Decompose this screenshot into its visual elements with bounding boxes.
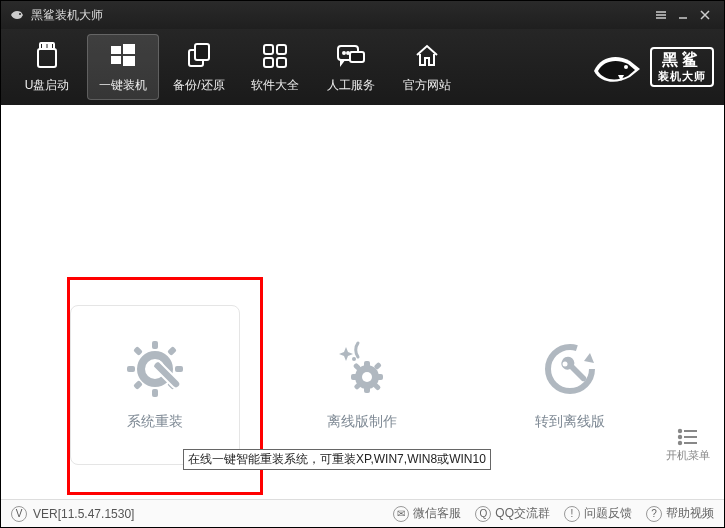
svg-rect-8 — [123, 56, 135, 66]
toolbar-one-click-install[interactable]: 一键装机 — [87, 34, 159, 100]
svg-rect-21 — [152, 341, 158, 349]
status-wechat-support[interactable]: ✉微信客服 — [393, 505, 461, 522]
svg-rect-34 — [376, 374, 383, 380]
close-button[interactable] — [694, 4, 716, 26]
minimize-button[interactable] — [672, 4, 694, 26]
qq-icon: Q — [475, 506, 491, 522]
card-offline-make[interactable]: 离线版制作 — [277, 305, 447, 465]
status-label: 微信客服 — [413, 505, 461, 522]
tooltip: 在线一键智能重装系统，可重装XP,WIN7,WIN8或WIN10 — [183, 449, 491, 470]
status-label: 问题反馈 — [584, 505, 632, 522]
content-area: 系统重装 离线版制作 转到离线版 在线一键智能重装系统，可重装XP,WIN7,W… — [1, 105, 724, 499]
feedback-icon: ! — [564, 506, 580, 522]
svg-rect-3 — [43, 44, 46, 47]
svg-rect-32 — [364, 386, 370, 393]
svg-rect-25 — [133, 346, 143, 356]
card-label: 转到离线版 — [535, 413, 605, 431]
toolbar-label: 官方网站 — [403, 77, 451, 94]
svg-rect-27 — [167, 346, 177, 356]
app-icon — [9, 7, 25, 23]
card-system-reinstall[interactable]: 系统重装 — [70, 305, 240, 465]
copy-icon — [184, 41, 214, 71]
svg-rect-5 — [111, 46, 121, 54]
boot-menu-button[interactable]: 开机菜单 — [666, 428, 710, 463]
menu-button[interactable] — [650, 4, 672, 26]
svg-point-0 — [19, 13, 21, 15]
svg-point-39 — [352, 357, 356, 361]
svg-rect-31 — [364, 361, 370, 368]
help-icon: ? — [646, 506, 662, 522]
svg-rect-12 — [277, 45, 286, 54]
chat-icon — [336, 41, 366, 71]
card-label: 离线版制作 — [327, 413, 397, 431]
svg-rect-2 — [38, 49, 56, 67]
svg-point-44 — [679, 442, 681, 444]
brand-logo: 黑鲨 装机大师 — [588, 47, 714, 87]
brand-text: 黑鲨 装机大师 — [650, 47, 714, 86]
toolbar-website[interactable]: 官方网站 — [391, 34, 463, 100]
svg-rect-11 — [264, 45, 273, 54]
svg-rect-13 — [264, 58, 273, 67]
gear-sparkle-icon — [332, 339, 392, 399]
usb-icon — [32, 41, 62, 71]
shark-icon — [588, 47, 644, 87]
toolbar-label: 软件大全 — [251, 77, 299, 94]
apps-icon — [260, 41, 290, 71]
svg-rect-6 — [123, 44, 135, 54]
titlebar: 黑鲨装机大师 — [1, 1, 724, 29]
windows-icon — [108, 41, 138, 71]
svg-rect-22 — [152, 389, 158, 397]
svg-rect-33 — [351, 374, 358, 380]
toolbar-backup-restore[interactable]: 备份/还原 — [163, 34, 235, 100]
svg-rect-23 — [127, 366, 135, 372]
wechat-icon: ✉ — [393, 506, 409, 522]
gear-wrench-icon — [125, 339, 185, 399]
toolbar-software[interactable]: 软件大全 — [239, 34, 311, 100]
svg-point-17 — [347, 52, 349, 54]
card-label: 系统重装 — [127, 413, 183, 431]
svg-rect-24 — [175, 366, 183, 372]
toolbar-label: 备份/还原 — [173, 77, 224, 94]
svg-point-43 — [679, 436, 681, 438]
toolbar-usb-boot[interactable]: U盘启动 — [11, 34, 83, 100]
svg-rect-14 — [277, 58, 286, 67]
version-icon: V — [11, 506, 27, 522]
toolbar-label: U盘启动 — [25, 77, 70, 94]
svg-point-30 — [362, 372, 372, 382]
toolbar: U盘启动 一键装机 备份/还原 软件大全 人工服务 官方网站 黑鲨 装机大师 — [1, 29, 724, 105]
card-to-offline[interactable]: 转到离线版 — [485, 305, 655, 465]
list-icon — [677, 428, 699, 446]
version-text: VER[11.5.47.1530] — [33, 507, 134, 521]
svg-rect-19 — [350, 52, 364, 62]
svg-point-16 — [343, 52, 345, 54]
status-label: QQ交流群 — [495, 505, 550, 522]
toolbar-label: 人工服务 — [327, 77, 375, 94]
status-qq-group[interactable]: QQQ交流群 — [475, 505, 550, 522]
toolbar-label: 一键装机 — [99, 77, 147, 94]
svg-point-20 — [624, 65, 628, 69]
status-feedback[interactable]: !问题反馈 — [564, 505, 632, 522]
boot-menu-label: 开机菜单 — [666, 448, 710, 463]
svg-point-42 — [679, 430, 681, 432]
app-title: 黑鲨装机大师 — [31, 7, 103, 24]
svg-rect-7 — [111, 56, 121, 64]
home-icon — [412, 41, 442, 71]
svg-rect-10 — [195, 44, 209, 60]
statusbar: V VER[11.5.47.1530] ✉微信客服 QQQ交流群 !问题反馈 ?… — [1, 499, 724, 527]
refresh-wrench-icon — [540, 339, 600, 399]
svg-point-41 — [563, 362, 568, 367]
svg-rect-28 — [133, 380, 143, 390]
status-help-video[interactable]: ?帮助视频 — [646, 505, 714, 522]
svg-rect-4 — [49, 44, 52, 47]
status-label: 帮助视频 — [666, 505, 714, 522]
toolbar-support[interactable]: 人工服务 — [315, 34, 387, 100]
